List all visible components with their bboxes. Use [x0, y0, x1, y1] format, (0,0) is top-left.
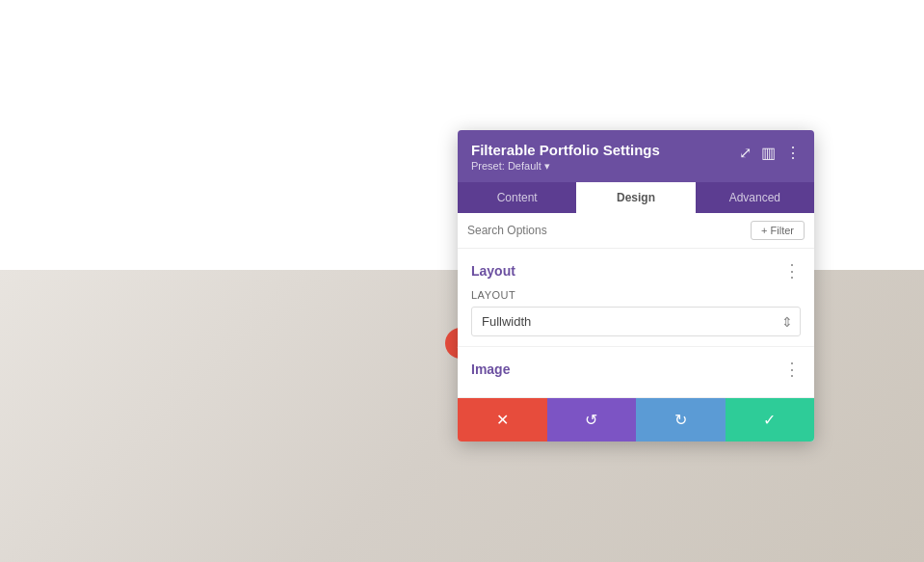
panel-header-left: Filterable Portfolio Settings Preset: De…: [471, 142, 660, 173]
layout-section-more-icon[interactable]: ⋮: [783, 262, 801, 280]
redo-button[interactable]: ↻: [636, 398, 726, 442]
tab-advanced[interactable]: Advanced: [696, 182, 814, 213]
settings-panel: Filterable Portfolio Settings Preset: De…: [458, 130, 814, 442]
panel-preset[interactable]: Preset: Default ▾: [471, 160, 660, 173]
panel-search-bar: + Filter: [458, 213, 814, 249]
panel-header-icons: ⤢ ▥ ⋮: [739, 144, 801, 162]
image-section-more-icon[interactable]: ⋮: [783, 361, 801, 378]
layout-select[interactable]: Fullwidth Grid Masonry: [471, 307, 801, 336]
expand-icon[interactable]: ⤢: [739, 144, 752, 162]
filter-button[interactable]: + Filter: [751, 221, 805, 240]
panel-toolbar: ✕ ↺ ↻ ✓: [458, 397, 814, 442]
layout-section: Layout ⋮ Layout Fullwidth Grid Masonry ⇕: [458, 249, 814, 347]
tab-content[interactable]: Content: [458, 182, 576, 213]
panel-tabs: Content Design Advanced: [458, 182, 814, 213]
tab-design[interactable]: Design: [576, 182, 695, 213]
layout-section-title: Layout: [471, 263, 515, 279]
panel-header: Filterable Portfolio Settings Preset: De…: [458, 130, 814, 182]
cancel-button[interactable]: ✕: [458, 398, 547, 442]
panel-body: Layout ⋮ Layout Fullwidth Grid Masonry ⇕…: [458, 249, 814, 397]
save-button[interactable]: ✓: [726, 398, 815, 442]
layout-section-header: Layout ⋮: [471, 262, 801, 280]
layout-select-wrapper: Fullwidth Grid Masonry ⇕: [471, 307, 801, 336]
more-options-icon[interactable]: ⋮: [785, 144, 801, 162]
image-section: Image ⋮: [458, 347, 814, 397]
layout-field-label: Layout: [471, 289, 801, 301]
undo-button[interactable]: ↺: [547, 398, 637, 442]
search-options-input[interactable]: [467, 224, 751, 237]
panel-title: Filterable Portfolio Settings: [471, 142, 660, 158]
columns-icon[interactable]: ▥: [761, 144, 776, 162]
image-section-title: Image: [471, 361, 510, 377]
image-section-header: Image ⋮: [471, 361, 801, 378]
